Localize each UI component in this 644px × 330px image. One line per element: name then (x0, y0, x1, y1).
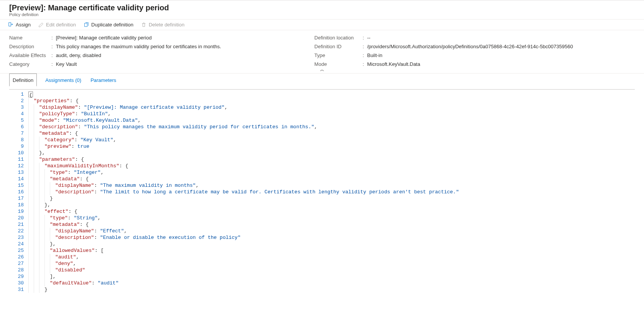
tabs: Definition Assignments (0) Parameters (0, 73, 644, 86)
trash-icon (141, 22, 146, 28)
delete-label: Delete definition (149, 22, 184, 28)
collapse-caret-icon[interactable]: ︽ (320, 67, 324, 72)
effects-value: audit, deny, disabled (56, 52, 101, 58)
tab-assignments[interactable]: Assignments (0) (44, 74, 82, 86)
delete-definition-button: Delete definition (141, 22, 184, 28)
name-label: Name (9, 35, 51, 41)
copy-icon (84, 22, 89, 28)
location-value: -- (367, 35, 371, 41)
page-subtitle: Policy definition (9, 12, 635, 17)
edit-label: Edit definition (46, 22, 76, 28)
tab-parameters[interactable]: Parameters (90, 74, 117, 86)
toolbar: Assign Edit definition Duplicate definit… (0, 19, 644, 30)
type-label: Type (314, 52, 363, 58)
category-label: Category (9, 61, 51, 67)
id-label: Definition ID (314, 44, 363, 49)
location-label: Definition location (314, 35, 363, 41)
svg-rect-0 (85, 23, 87, 26)
edit-definition-button: Edit definition (38, 22, 76, 28)
page-header: [Preview]: Manage certificate validity p… (0, 0, 644, 19)
name-value: [Preview]: Manage certificate validity p… (56, 35, 152, 41)
tab-definition[interactable]: Definition (9, 74, 37, 87)
details-panel: Name:[Preview]: Manage certificate valid… (0, 30, 644, 73)
code-area[interactable]: {"properties": {"displayName": "[Preview… (28, 90, 635, 294)
page-title: [Preview]: Manage certificate validity p… (9, 3, 635, 12)
json-editor: 1234567891011121314151617181920212223242… (9, 89, 635, 294)
type-value: Built-in (367, 52, 383, 58)
assign-button[interactable]: Assign (8, 22, 31, 28)
duplicate-label: Duplicate definition (91, 22, 133, 28)
effects-label: Available Effects (9, 52, 51, 58)
id-value: /providers/Microsoft.Authorization/polic… (367, 44, 573, 49)
mode-label: Mode (314, 61, 363, 67)
mode-value: Microsoft.KeyVault.Data (367, 61, 420, 67)
line-number-gutter: 1234567891011121314151617181920212223242… (9, 90, 28, 294)
category-value: Key Vault (56, 61, 77, 67)
description-label: Description (9, 44, 51, 49)
assign-label: Assign (16, 22, 31, 28)
assign-icon (8, 22, 13, 28)
duplicate-definition-button[interactable]: Duplicate definition (84, 22, 133, 28)
description-value: This policy manages the maximum validity… (56, 44, 221, 49)
pencil-icon (38, 22, 44, 28)
